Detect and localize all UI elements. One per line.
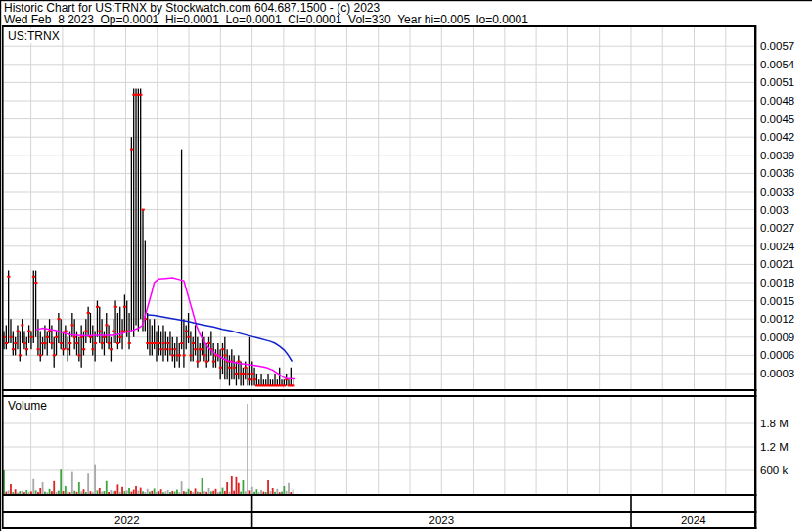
symbol-label: US:TRNX (6, 29, 62, 43)
svg-text:0.0006: 0.0006 (760, 349, 794, 361)
svg-text:0.0045: 0.0045 (760, 113, 794, 125)
svg-text:0.0054: 0.0054 (760, 59, 795, 70)
svg-text:0.0009: 0.0009 (760, 332, 794, 343)
svg-text:600 k: 600 k (760, 465, 788, 476)
svg-text:0.0039: 0.0039 (760, 150, 794, 161)
gridlines (3, 27, 754, 494)
volume-bars (3, 404, 293, 494)
svg-text:0.0021: 0.0021 (760, 258, 794, 270)
svg-text:2024: 2024 (681, 514, 706, 526)
price-bars (4, 89, 293, 386)
stock-chart-window: { "header": { "line1": "Historic Chart f… (0, 0, 812, 531)
svg-text:2023: 2023 (429, 514, 455, 526)
price-axis-labels: 0.00570.00540.00510.00480.00450.00420.00… (760, 40, 795, 379)
svg-text:0.0033: 0.0033 (760, 186, 794, 198)
svg-text:0.0057: 0.0057 (760, 40, 794, 52)
year-axis-labels: 202220232024 (114, 514, 706, 526)
svg-text:0.0048: 0.0048 (760, 95, 794, 107)
svg-text:1.8 M: 1.8 M (760, 418, 789, 429)
volume-panel-label: Volume (6, 399, 49, 413)
svg-text:0.003: 0.003 (760, 204, 789, 216)
svg-text:2022: 2022 (114, 514, 140, 526)
volume-axis-labels: 1.8 M1.2 M600 k (760, 418, 789, 476)
svg-text:0.0036: 0.0036 (760, 167, 794, 179)
close-ticks (3, 94, 295, 387)
svg-text:0.0015: 0.0015 (760, 295, 794, 307)
svg-text:1.2 M: 1.2 M (760, 441, 789, 453)
svg-text:0.0042: 0.0042 (760, 131, 794, 143)
svg-text:0.0003: 0.0003 (760, 368, 794, 379)
chart-canvas: 0.00570.00540.00510.00480.00450.00420.00… (0, 0, 812, 531)
svg-text:0.0012: 0.0012 (760, 313, 794, 325)
svg-text:0.0051: 0.0051 (760, 76, 794, 88)
svg-text:0.0027: 0.0027 (760, 222, 794, 234)
svg-text:0.0018: 0.0018 (760, 277, 794, 288)
panel-borders (0, 0, 812, 531)
svg-text:0.0024: 0.0024 (760, 241, 795, 252)
